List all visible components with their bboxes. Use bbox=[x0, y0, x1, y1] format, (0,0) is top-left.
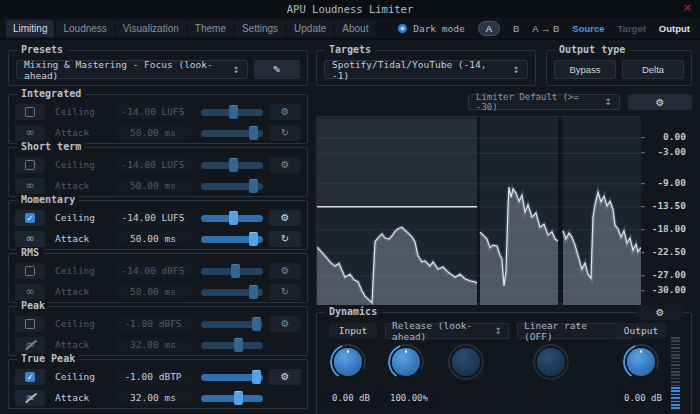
attack-slider[interactable] bbox=[201, 284, 263, 300]
monitor-source-button[interactable]: Source bbox=[572, 23, 604, 34]
edit-preset-button[interactable]: ✎ bbox=[254, 60, 300, 79]
slider-handle[interactable] bbox=[249, 179, 258, 193]
link-button[interactable]: ∞ bbox=[15, 178, 45, 194]
reset-button[interactable]: ↻ bbox=[269, 284, 301, 300]
gear-button[interactable]: ⚙ bbox=[269, 369, 301, 385]
enable-checkbox[interactable] bbox=[15, 157, 45, 173]
tab-settings[interactable]: Settings bbox=[235, 20, 285, 37]
release-time-knob[interactable] bbox=[448, 344, 484, 380]
slider-handle[interactable] bbox=[229, 211, 238, 225]
section-legend: Momentary bbox=[17, 194, 79, 205]
slider-handle[interactable] bbox=[252, 370, 261, 384]
link-button[interactable]: ∞ bbox=[15, 284, 45, 300]
link-button[interactable]: ∞ bbox=[15, 390, 45, 406]
section-legend: Peak bbox=[17, 300, 49, 311]
attack-slider[interactable] bbox=[201, 337, 263, 353]
reset-button[interactable]: ↻ bbox=[269, 231, 301, 247]
slider-handle[interactable] bbox=[249, 285, 258, 299]
output-gain-knob[interactable] bbox=[623, 344, 659, 380]
close-icon[interactable]: × bbox=[683, 1, 692, 14]
gear-button[interactable]: ⚙ bbox=[269, 157, 301, 173]
target-select[interactable]: Spotify/Tidal/YouTube (-14, -1) ↕ bbox=[324, 60, 528, 79]
enable-checkbox[interactable]: ✓ bbox=[15, 369, 45, 385]
slider-handle[interactable] bbox=[229, 105, 238, 119]
enable-checkbox[interactable] bbox=[15, 316, 45, 332]
enable-checkbox[interactable] bbox=[15, 263, 45, 279]
preset-a-button[interactable]: A bbox=[478, 21, 500, 36]
section-short-term: Short term Ceiling -14.00 LUFS ⚙ ∞ Attac… bbox=[8, 147, 308, 197]
link-button[interactable]: ∞ bbox=[15, 125, 45, 141]
ceiling-slider[interactable] bbox=[201, 157, 263, 173]
ceiling-slider[interactable] bbox=[201, 369, 263, 385]
ceiling-slider[interactable] bbox=[201, 263, 263, 279]
graph-settings-gear-button[interactable]: ⚙ bbox=[628, 94, 692, 110]
monitor-target-button[interactable]: Target bbox=[618, 23, 646, 34]
attack-slider[interactable] bbox=[201, 231, 263, 247]
release-knob[interactable] bbox=[388, 344, 424, 380]
section-legend: RMS bbox=[17, 247, 43, 258]
reset-button[interactable]: ↻ bbox=[269, 125, 301, 141]
tab-visualization[interactable]: Visualization bbox=[116, 20, 186, 37]
attack-slider[interactable] bbox=[201, 125, 263, 141]
delta-button[interactable]: Delta bbox=[622, 60, 684, 79]
input-gain-knob[interactable] bbox=[330, 344, 366, 380]
knob-dial[interactable] bbox=[392, 348, 420, 376]
knob-dial[interactable] bbox=[334, 348, 362, 376]
knob-dial[interactable] bbox=[452, 348, 480, 376]
enable-checkbox[interactable]: ✓ bbox=[15, 210, 45, 226]
link-off-icon: ∞ bbox=[25, 340, 34, 350]
param-label: Ceiling bbox=[55, 212, 107, 223]
section-integrated: Integrated Ceiling -14.00 LUFS ⚙ ∞ Attac… bbox=[8, 94, 308, 144]
gear-button[interactable]: ⚙ bbox=[269, 104, 301, 120]
dynamics-gear-button[interactable]: ⚙ bbox=[637, 305, 683, 320]
ceiling-slider[interactable] bbox=[201, 104, 263, 120]
gear-button[interactable]: ⚙ bbox=[269, 263, 301, 279]
slider-handle[interactable] bbox=[231, 264, 240, 278]
ceiling-slider[interactable] bbox=[201, 316, 263, 332]
tab-loudness[interactable]: Loudness bbox=[56, 20, 113, 37]
slider-handle[interactable] bbox=[234, 338, 243, 352]
preset-b-button[interactable]: B bbox=[513, 23, 519, 34]
release-value: 100.00% bbox=[381, 391, 437, 404]
tab-about[interactable]: About bbox=[335, 20, 375, 37]
y-axis-tick: -30.00 bbox=[638, 284, 688, 295]
graph-preset-select[interactable]: Limiter Default (>= -30) ↕ bbox=[468, 94, 620, 110]
param-value: -14.00 dBFS bbox=[115, 264, 191, 278]
copy-a-to-b-button[interactable]: A → B bbox=[532, 23, 559, 34]
linear-rate-value: Linear rate (OFF) bbox=[524, 320, 618, 342]
attack-slider[interactable] bbox=[201, 178, 263, 194]
tab-update[interactable]: Update bbox=[287, 20, 333, 37]
bypass-button[interactable]: Bypass bbox=[554, 60, 616, 79]
gear-button[interactable]: ⚙ bbox=[269, 316, 301, 332]
param-value: -14.00 LUFS bbox=[115, 158, 191, 172]
monitor-output-button[interactable]: Output bbox=[659, 23, 690, 34]
slider-handle[interactable] bbox=[249, 232, 258, 246]
ceiling-row: ✓ Ceiling -14.00 LUFS ⚙ bbox=[15, 209, 301, 226]
slider-handle[interactable] bbox=[249, 126, 258, 140]
titlebar: APU Loudness Limiter × bbox=[0, 0, 700, 18]
dark-mode-toggle[interactable]: Dark mode bbox=[398, 23, 464, 34]
preset-select[interactable]: Mixing & Mastering - Focus (look-ahead) … bbox=[16, 60, 248, 79]
attack-slider[interactable] bbox=[201, 390, 263, 406]
loudness-chart: 0.00-3.00-9.00-13.50-18.00-22.50-27.00-3… bbox=[316, 116, 692, 304]
section-true-peak: True Peak ✓ Ceiling -1.00 dBTP ⚙ ∞ Attac… bbox=[8, 359, 308, 409]
param-value: 50.00 ms bbox=[115, 179, 191, 193]
link-button[interactable]: ∞ bbox=[15, 337, 45, 353]
ceiling-slider[interactable] bbox=[201, 210, 263, 226]
checkbox-icon bbox=[25, 107, 35, 117]
linear-rate-knob[interactable] bbox=[533, 344, 569, 380]
presets-legend: Presets bbox=[17, 44, 67, 55]
slider-handle[interactable] bbox=[229, 158, 238, 172]
param-label: Ceiling bbox=[55, 371, 107, 382]
enable-checkbox[interactable] bbox=[15, 104, 45, 120]
slider-handle[interactable] bbox=[234, 391, 243, 405]
knob-dial[interactable] bbox=[627, 348, 655, 376]
release-mode-select[interactable]: Release (look-ahead) ↕ bbox=[385, 323, 509, 339]
link-button[interactable]: ∞ bbox=[15, 231, 45, 247]
dynamics-panel: Dynamics ⚙ Input Release (look-ahead) ↕ … bbox=[316, 312, 692, 414]
slider-handle[interactable] bbox=[252, 317, 261, 331]
gear-button[interactable]: ⚙ bbox=[269, 210, 301, 226]
tab-theme[interactable]: Theme bbox=[188, 20, 233, 37]
tab-limiting[interactable]: Limiting bbox=[6, 20, 54, 37]
knob-dial[interactable] bbox=[537, 348, 565, 376]
